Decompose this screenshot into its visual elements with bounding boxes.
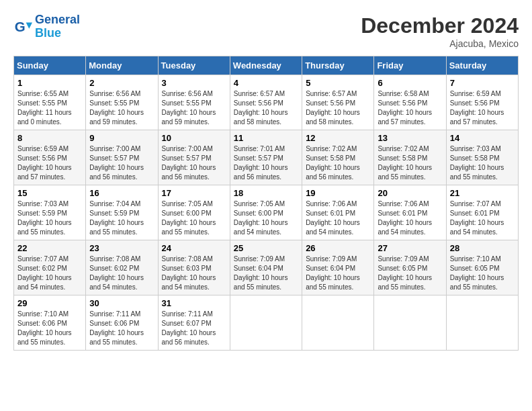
day-number: 28 (450, 243, 515, 253)
calendar-week-2: 8Sunrise: 6:59 AM Sunset: 5:56 PM Daylig… (14, 130, 519, 185)
day-info: Sunrise: 7:09 AM Sunset: 6:04 PM Dayligh… (234, 255, 298, 292)
calendar-cell: 15Sunrise: 7:03 AM Sunset: 5:59 PM Dayli… (14, 185, 86, 240)
day-info: Sunrise: 6:57 AM Sunset: 5:56 PM Dayligh… (234, 89, 298, 127)
calendar-week-5: 29Sunrise: 7:10 AM Sunset: 6:06 PM Dayli… (14, 295, 519, 351)
calendar-cell: 7Sunrise: 6:59 AM Sunset: 5:56 PM Daylig… (446, 75, 518, 130)
calendar-cell: 4Sunrise: 6:57 AM Sunset: 5:56 PM Daylig… (230, 75, 302, 130)
day-info: Sunrise: 7:03 AM Sunset: 5:58 PM Dayligh… (450, 144, 515, 182)
calendar-cell (446, 295, 518, 351)
day-info: Sunrise: 6:57 AM Sunset: 5:56 PM Dayligh… (306, 89, 370, 127)
day-number: 30 (89, 298, 154, 308)
day-info: Sunrise: 7:10 AM Sunset: 6:05 PM Dayligh… (450, 255, 515, 292)
calendar-cell: 28Sunrise: 7:10 AM Sunset: 6:05 PM Dayli… (446, 240, 518, 295)
calendar-cell: 22Sunrise: 7:07 AM Sunset: 6:02 PM Dayli… (14, 240, 86, 295)
day-info: Sunrise: 7:01 AM Sunset: 5:57 PM Dayligh… (234, 144, 298, 182)
day-info: Sunrise: 7:02 AM Sunset: 5:58 PM Dayligh… (378, 144, 442, 182)
calendar-cell: 1Sunrise: 6:55 AM Sunset: 5:55 PM Daylig… (14, 75, 86, 130)
day-info: Sunrise: 7:06 AM Sunset: 6:01 PM Dayligh… (306, 199, 370, 237)
col-thursday: Thursday (302, 56, 374, 75)
calendar-week-4: 22Sunrise: 7:07 AM Sunset: 6:02 PM Dayli… (14, 240, 519, 295)
day-info: Sunrise: 6:59 AM Sunset: 5:56 PM Dayligh… (450, 89, 515, 127)
calendar-cell: 14Sunrise: 7:03 AM Sunset: 5:58 PM Dayli… (446, 130, 518, 185)
logo-blue: Blue (35, 26, 61, 40)
logo-text: General Blue (35, 13, 80, 40)
day-number: 7 (450, 78, 515, 88)
col-saturday: Saturday (446, 56, 518, 75)
calendar-table: Sunday Monday Tuesday Wednesday Thursday… (13, 56, 519, 351)
day-number: 26 (306, 243, 370, 253)
calendar-cell: 10Sunrise: 7:00 AM Sunset: 5:57 PM Dayli… (158, 130, 230, 185)
calendar-cell: 26Sunrise: 7:09 AM Sunset: 6:04 PM Dayli… (302, 240, 374, 295)
calendar-cell: 2Sunrise: 6:56 AM Sunset: 5:55 PM Daylig… (86, 75, 158, 130)
day-info: Sunrise: 7:09 AM Sunset: 6:04 PM Dayligh… (306, 255, 370, 292)
title-block: December 2024 Ajacuba, Mexico (361, 13, 519, 49)
day-info: Sunrise: 7:11 AM Sunset: 6:07 PM Dayligh… (162, 310, 226, 347)
month-title: December 2024 (361, 13, 519, 38)
day-info: Sunrise: 6:56 AM Sunset: 5:55 PM Dayligh… (89, 89, 154, 127)
day-number: 11 (234, 133, 298, 143)
logo: G General Blue (13, 13, 80, 40)
day-info: Sunrise: 7:05 AM Sunset: 6:00 PM Dayligh… (234, 199, 298, 237)
day-info: Sunrise: 7:11 AM Sunset: 6:06 PM Dayligh… (89, 310, 154, 347)
calendar-cell: 21Sunrise: 7:07 AM Sunset: 6:01 PM Dayli… (446, 185, 518, 240)
day-number: 21 (450, 188, 515, 198)
calendar-cell: 29Sunrise: 7:10 AM Sunset: 6:06 PM Dayli… (14, 295, 86, 351)
day-info: Sunrise: 6:56 AM Sunset: 5:55 PM Dayligh… (162, 89, 226, 127)
day-number: 5 (306, 78, 370, 88)
day-info: Sunrise: 7:03 AM Sunset: 5:59 PM Dayligh… (17, 199, 82, 237)
calendar-cell: 5Sunrise: 6:57 AM Sunset: 5:56 PM Daylig… (302, 75, 374, 130)
day-number: 29 (17, 298, 82, 308)
day-number: 4 (234, 78, 298, 88)
calendar-week-3: 15Sunrise: 7:03 AM Sunset: 5:59 PM Dayli… (14, 185, 519, 240)
calendar-cell: 6Sunrise: 6:58 AM Sunset: 5:56 PM Daylig… (374, 75, 446, 130)
day-info: Sunrise: 6:59 AM Sunset: 5:56 PM Dayligh… (17, 144, 82, 182)
calendar-cell: 30Sunrise: 7:11 AM Sunset: 6:06 PM Dayli… (86, 295, 158, 351)
calendar-cell: 18Sunrise: 7:05 AM Sunset: 6:00 PM Dayli… (230, 185, 302, 240)
day-info: Sunrise: 7:09 AM Sunset: 6:05 PM Dayligh… (378, 255, 442, 292)
day-info: Sunrise: 7:08 AM Sunset: 6:02 PM Dayligh… (89, 255, 154, 292)
calendar-cell: 17Sunrise: 7:05 AM Sunset: 6:00 PM Dayli… (158, 185, 230, 240)
col-tuesday: Tuesday (158, 56, 230, 75)
day-info: Sunrise: 7:00 AM Sunset: 5:57 PM Dayligh… (89, 144, 154, 182)
day-number: 24 (162, 243, 226, 253)
calendar-cell: 23Sunrise: 7:08 AM Sunset: 6:02 PM Dayli… (86, 240, 158, 295)
calendar-cell: 3Sunrise: 6:56 AM Sunset: 5:55 PM Daylig… (158, 75, 230, 130)
calendar-cell: 19Sunrise: 7:06 AM Sunset: 6:01 PM Dayli… (302, 185, 374, 240)
day-info: Sunrise: 7:08 AM Sunset: 6:03 PM Dayligh… (162, 255, 226, 292)
day-number: 18 (234, 188, 298, 198)
col-monday: Monday (86, 56, 158, 75)
calendar-cell: 11Sunrise: 7:01 AM Sunset: 5:57 PM Dayli… (230, 130, 302, 185)
day-info: Sunrise: 7:02 AM Sunset: 5:58 PM Dayligh… (306, 144, 370, 182)
col-sunday: Sunday (14, 56, 86, 75)
day-number: 17 (162, 188, 226, 198)
svg-text:G: G (15, 18, 26, 34)
day-info: Sunrise: 7:05 AM Sunset: 6:00 PM Dayligh… (162, 199, 226, 237)
day-number: 14 (450, 133, 515, 143)
day-number: 19 (306, 188, 370, 198)
calendar-week-1: 1Sunrise: 6:55 AM Sunset: 5:55 PM Daylig… (14, 75, 519, 130)
calendar-cell: 13Sunrise: 7:02 AM Sunset: 5:58 PM Dayli… (374, 130, 446, 185)
day-number: 15 (17, 188, 82, 198)
day-number: 22 (17, 243, 82, 253)
calendar-cell: 27Sunrise: 7:09 AM Sunset: 6:05 PM Dayli… (374, 240, 446, 295)
day-number: 23 (89, 243, 154, 253)
calendar-cell: 20Sunrise: 7:06 AM Sunset: 6:01 PM Dayli… (374, 185, 446, 240)
page-header: G General Blue December 2024 Ajacuba, Me… (13, 13, 519, 49)
calendar-header-row: Sunday Monday Tuesday Wednesday Thursday… (14, 56, 519, 75)
day-number: 9 (89, 133, 154, 143)
day-info: Sunrise: 7:10 AM Sunset: 6:06 PM Dayligh… (17, 310, 82, 347)
day-number: 16 (89, 188, 154, 198)
day-number: 27 (378, 243, 442, 253)
calendar-cell: 24Sunrise: 7:08 AM Sunset: 6:03 PM Dayli… (158, 240, 230, 295)
day-info: Sunrise: 7:00 AM Sunset: 5:57 PM Dayligh… (162, 144, 226, 182)
day-number: 2 (89, 78, 154, 88)
day-number: 3 (162, 78, 226, 88)
calendar-cell (230, 295, 302, 351)
calendar-cell (302, 295, 374, 351)
calendar-cell: 8Sunrise: 6:59 AM Sunset: 5:56 PM Daylig… (14, 130, 86, 185)
day-number: 13 (378, 133, 442, 143)
day-number: 12 (306, 133, 370, 143)
calendar-cell: 9Sunrise: 7:00 AM Sunset: 5:57 PM Daylig… (86, 130, 158, 185)
calendar-cell: 12Sunrise: 7:02 AM Sunset: 5:58 PM Dayli… (302, 130, 374, 185)
calendar-cell: 25Sunrise: 7:09 AM Sunset: 6:04 PM Dayli… (230, 240, 302, 295)
